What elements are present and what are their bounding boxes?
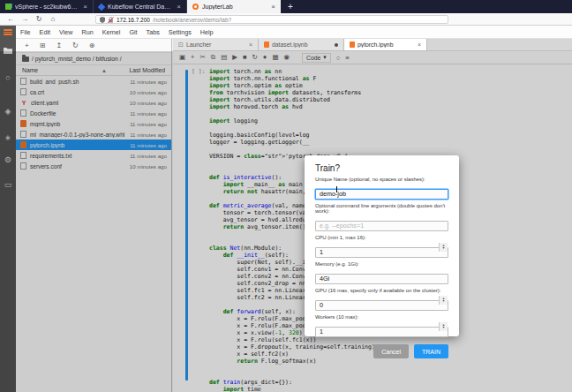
new-folder-icon[interactable]: ⊞	[40, 41, 46, 49]
menu-git[interactable]: Git	[124, 28, 141, 36]
shield-icon	[100, 17, 105, 23]
url-path: /notebook/aneverov/demo/lab?	[153, 17, 231, 23]
browser-navbar: ←→↻⌂ 172.16.7.200/notebook/aneverov/demo…	[0, 13, 572, 26]
home-icon[interactable]: ⌂	[46, 15, 60, 23]
memory-input-label: Memory (e.g. 1Gi):	[315, 261, 448, 267]
workers-input-label: Workers (10 max):	[315, 314, 448, 320]
notebook-icon	[264, 41, 269, 48]
cancel-button[interactable]: Cancel	[373, 344, 409, 358]
gpu-input[interactable]	[315, 300, 448, 311]
screen: vSphere - sc2kubw61 - Summ × Kubeflow Ce…	[0, 0, 572, 392]
jupyter-favicon	[192, 4, 199, 10]
workers-input-spinner[interactable]: ▲▼	[439, 322, 448, 331]
close-tab-icon[interactable]: ×	[271, 3, 275, 11]
new-launcher-icon[interactable]: +	[25, 41, 29, 49]
back-icon[interactable]: ←	[4, 15, 18, 23]
unique-name-input[interactable]	[315, 189, 448, 200]
cpu-input[interactable]	[315, 247, 448, 258]
tab-dataset-ipynb[interactable]: dataset.ipynb	[259, 39, 344, 50]
dialog-buttons: Cancel TRAIN	[315, 344, 448, 358]
browser-tab-jupyterlab[interactable]: JupyterLab ×	[187, 0, 281, 13]
tab-launcher[interactable]: ⊡ Launcher ×	[173, 39, 259, 50]
jupyterlab-menubar: FileEditViewRunKernelGitTabsSettingsHelp	[16, 26, 572, 39]
vsphere-favicon	[5, 4, 11, 10]
gpu-input-label: GPU (16 max, specify only if available o…	[315, 288, 448, 293]
jupyter-logo-icon	[4, 29, 12, 35]
dialog-field: GPU (16 max, specify only if available o…	[315, 288, 448, 311]
unsaved-dot-icon[interactable]	[335, 43, 338, 47]
browser-tabstrip: vSphere - sc2kubw61 - Summ × Kubeflow Ce…	[0, 0, 572, 13]
dock-tab-bar: ⊡ Launcher × dataset.ipynb pytorch.ipynb…	[173, 39, 572, 51]
dialog-field: Workers (10 max):▲▼	[315, 314, 448, 337]
dialog-fields: Unique Name (optional, no spaces or slas…	[315, 177, 448, 337]
unique-name-input-label: Unique Name (optional, no spaces or slas…	[315, 177, 448, 182]
launcher-icon: ⊡	[178, 41, 184, 49]
workers-input[interactable]	[315, 327, 448, 337]
menu-kernel[interactable]: Kernel	[98, 28, 125, 36]
reload-icon[interactable]: ↻	[32, 15, 46, 23]
dialog-field: Unique Name (optional, no spaces or slas…	[315, 177, 448, 200]
new-tab-button[interactable]: +	[281, 0, 300, 13]
jupyterlab-app: FileEditViewRunKernelGitTabsSettingsHelp…	[0, 26, 572, 392]
browser-tab-title: Kubeflow Central Dashboard	[108, 4, 173, 10]
cpu-input-spinner[interactable]: ▲▼	[439, 243, 448, 252]
close-tab-icon[interactable]: ×	[83, 3, 87, 11]
close-tab-icon[interactable]: ×	[249, 41, 252, 48]
menu-run[interactable]: Run	[77, 28, 97, 36]
browser-tab-title: vSphere - sc2kubw61 - Summ	[15, 4, 79, 10]
gpu-input-spinner[interactable]: ▲▼	[439, 296, 448, 305]
dialog-field: Optional command line arguments (double …	[315, 203, 448, 231]
dialog-field: Memory (e.g. 1Gi):	[315, 261, 448, 284]
insecure-lock-icon	[108, 17, 114, 23]
close-tab-icon[interactable]: ×	[177, 3, 181, 11]
menu-tabs[interactable]: Tabs	[142, 28, 164, 36]
menu-settings[interactable]: Settings	[164, 28, 196, 36]
text-caret	[336, 186, 337, 192]
url-bar[interactable]: 172.16.7.200/notebook/aneverov/demo/lab?	[95, 15, 448, 24]
train-button[interactable]: TRAIN	[414, 344, 448, 358]
browser-tab-title: JupyterLab	[202, 4, 267, 10]
cpu-input-label: CPU (min 1, max 16):	[315, 235, 448, 240]
menu-edit[interactable]: Edit	[35, 28, 55, 36]
notebook-icon	[350, 41, 355, 48]
args-input-label: Optional command line arguments (double …	[315, 203, 448, 214]
menu-help[interactable]: Help	[196, 28, 218, 36]
tab-pytorch-ipynb[interactable]: pytorch.ipynb ×	[344, 39, 427, 50]
close-tab-icon[interactable]: ×	[418, 41, 421, 48]
git-clone-icon[interactable]: ⊕	[89, 41, 95, 49]
menu-view[interactable]: View	[55, 28, 77, 36]
forward-icon[interactable]: →	[18, 15, 32, 23]
browser-tab-vsphere[interactable]: vSphere - sc2kubw61 - Summ ×	[0, 0, 94, 13]
memory-input[interactable]	[315, 274, 448, 284]
upload-icon[interactable]: ↥	[56, 41, 62, 49]
train-dialog: Train? Unique Name (optional, no spaces …	[305, 155, 459, 336]
browser-tab-kubeflow[interactable]: Kubeflow Central Dashboard ×	[94, 0, 187, 13]
dialog-field: CPU (min 1, max 16):▲▼	[315, 235, 448, 258]
menu-file[interactable]: File	[16, 28, 35, 36]
args-input[interactable]	[315, 221, 448, 231]
refresh-icon[interactable]: ↻	[72, 41, 79, 49]
dialog-title: Train?	[315, 163, 448, 173]
kubeflow-favicon	[98, 3, 105, 10]
url-host: 172.16.7.200	[117, 17, 150, 23]
modal-overlay	[0, 51, 572, 392]
